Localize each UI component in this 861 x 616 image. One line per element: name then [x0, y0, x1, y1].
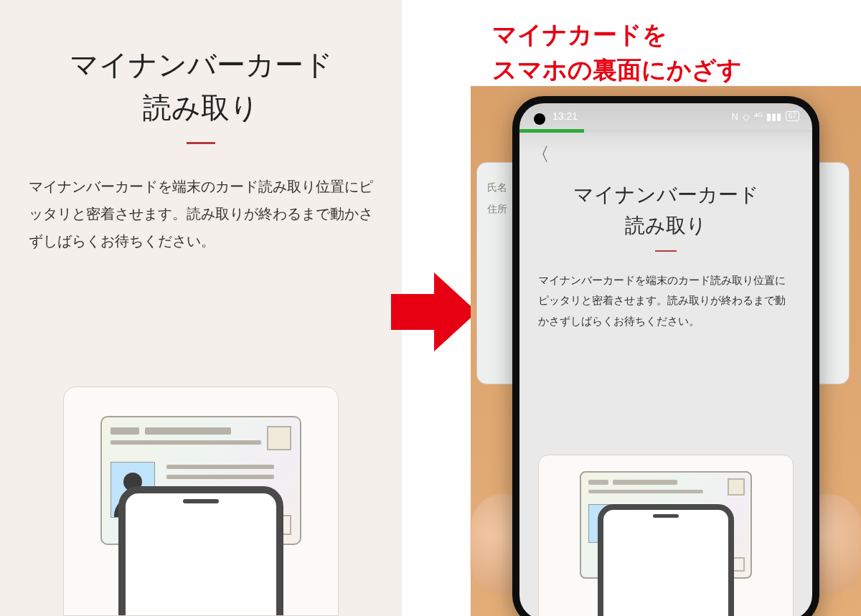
camera-punch-hole — [534, 113, 545, 125]
instruction-caption: マイナカードを スマホの裏面にかざす — [492, 17, 742, 88]
arrow-right-icon — [391, 273, 477, 351]
status-bar: 13:21 N ◇ ⁴ᴳ ▮▮▮ 67 — [519, 103, 812, 129]
title-line2: 読み取り — [143, 92, 259, 123]
battery-indicator: 67 — [786, 111, 799, 121]
mini-phone-icon — [598, 504, 734, 616]
status-time: 13:21 — [552, 110, 578, 122]
app-content: マイナンバーカード 読み取り マイナンバーカードを端末のカード読み取り位置にピッ… — [519, 138, 812, 616]
title-underline — [187, 142, 215, 144]
nfc-illustration — [63, 387, 339, 616]
physical-phone: 13:21 N ◇ ⁴ᴳ ▮▮▮ 67 〈 マイナンバーカード — [512, 96, 819, 616]
title-line1: マイナンバーカード — [70, 49, 333, 80]
card-name-label: 氏名 — [487, 181, 507, 194]
app-title-underline — [655, 250, 677, 252]
nfc-icon: N — [731, 111, 738, 122]
app-description: マイナンバーカードを端末のカード読み取り位置にピッタリと密着させます。読み取りが… — [538, 270, 794, 332]
back-button[interactable]: 〈 — [531, 142, 550, 167]
progress-bar — [519, 129, 812, 133]
signal-icon: ▮▮▮ — [766, 111, 781, 122]
phone-screen: 13:21 N ◇ ⁴ᴳ ▮▮▮ 67 〈 マイナンバーカード — [519, 103, 812, 616]
app-title: マイナンバーカード 読み取り — [538, 179, 794, 242]
app-screen-left: マイナンバーカード 読み取り マイナンバーカードを端末のカード読み取り位置にピッ… — [0, 0, 402, 616]
phone-outline-icon — [118, 486, 283, 616]
screen-title: マイナンバーカード 読み取り — [29, 43, 373, 129]
progress-fill — [519, 129, 584, 133]
network-icon: ⁴ᴳ — [754, 111, 762, 122]
screen-description: マイナンバーカードを端末のカード読み取り位置にピッタリと密着させます。読み取りが… — [29, 173, 373, 255]
photo-panel: マイナカードを スマホの裏面にかざす 氏名 住所 13:21 N ◇ ⁴ᴳ ▮▮… — [471, 0, 861, 616]
vibrate-icon: ◇ — [743, 111, 750, 122]
app-nfc-illustration — [538, 455, 794, 616]
card-addr-label: 住所 — [487, 203, 507, 216]
instruction-composite: マイナンバーカード 読み取り マイナンバーカードを端末のカード読み取り位置にピッ… — [0, 0, 861, 616]
